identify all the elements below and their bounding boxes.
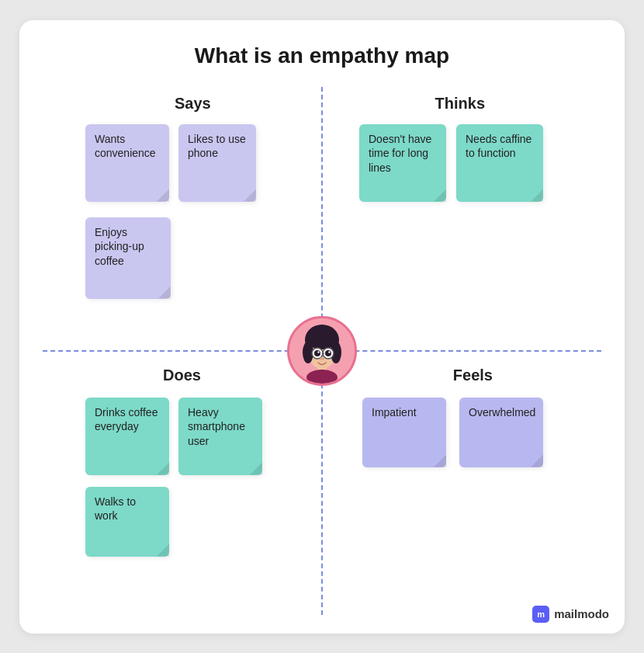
says-note-3: Enjoys picking-up coffee <box>85 217 171 299</box>
mailmodo-text: mailmodo <box>554 607 609 620</box>
svg-point-5 <box>306 328 338 349</box>
empathy-map-card: What is an empathy map Says Thinks Does … <box>19 20 625 634</box>
svg-point-11 <box>325 350 331 356</box>
says-note-1: Wants convenience <box>85 124 169 202</box>
avatar <box>287 316 357 386</box>
does-note-2: Heavy smartphone user <box>178 398 262 475</box>
svg-point-13 <box>328 351 330 353</box>
thinks-note-2: Needs caffine to function <box>456 124 543 202</box>
does-note-1: Drinks coffee everyday <box>85 398 169 475</box>
feels-label: Feels <box>453 366 493 384</box>
svg-point-15 <box>320 357 324 360</box>
feels-note-1: Impatient <box>362 398 446 467</box>
feels-note-2: Overwhelmed <box>459 398 543 467</box>
does-label: Does <box>163 366 201 384</box>
map-container: Says Thinks Does Feels Wants convenience… <box>43 87 601 615</box>
svg-point-12 <box>317 351 319 353</box>
thinks-label: Thinks <box>435 95 485 113</box>
does-note-3: Walks to work <box>85 487 169 557</box>
thinks-note-1: Doesn't have time for long lines <box>359 124 446 202</box>
mailmodo-icon: m <box>532 606 549 623</box>
says-note-2: Likes to use phone <box>178 124 256 202</box>
mailmodo-logo: m mailmodo <box>532 606 609 623</box>
svg-point-10 <box>314 350 320 356</box>
page-title: What is an empathy map <box>43 43 601 68</box>
says-label: Says <box>175 95 211 113</box>
